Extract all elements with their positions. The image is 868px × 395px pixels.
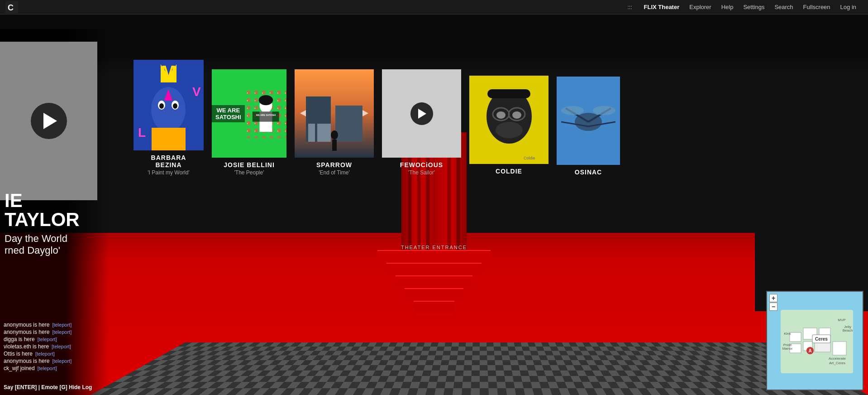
svg-text:Art_Ceres: Art_Ceres	[829, 361, 845, 365]
nav-search[interactable]: Search	[770, 2, 797, 12]
chat-user-4: Ottis is here	[4, 351, 33, 357]
coldie-image: Coldie	[469, 76, 548, 164]
step-5	[414, 301, 454, 313]
osinachi-artist-name: OSINAC	[575, 169, 602, 176]
svg-text:Beach: Beach	[843, 328, 853, 332]
nav-login[interactable]: Log in	[836, 2, 861, 12]
svg-point-38	[496, 111, 506, 119]
nav-fullscreen[interactable]: Fullscreen	[799, 2, 835, 12]
coldie-artist-name: COLDIE	[496, 168, 522, 175]
step-4	[405, 288, 463, 301]
josie-artwork-title: 'The People'	[234, 169, 264, 176]
osinachi-image	[557, 77, 620, 165]
svg-rect-26	[308, 124, 315, 142]
svg-rect-25	[335, 106, 362, 142]
step-1	[377, 250, 491, 263]
gallery-card-josie[interactable]: ♦ WE ARE SATOSHI JOSIE BELLINI	[212, 69, 286, 176]
gallery-card-coldie[interactable]: Coldie COLDIE	[469, 76, 548, 176]
chat-line-3: violetas.eth is here [teleport]	[4, 343, 72, 350]
josie-image: ♦ WE ARE SATOSHI	[212, 69, 286, 158]
step-2	[386, 263, 482, 275]
svg-rect-28	[324, 124, 331, 142]
barbara-artwork: L V	[134, 60, 204, 150]
chat-line-0: anonymous is here [teleport]	[4, 322, 72, 328]
svg-point-49	[561, 106, 584, 115]
svg-point-39	[512, 111, 521, 119]
chat-user-3: violetas.eth is here	[4, 343, 49, 350]
nav-settings[interactable]: Settings	[739, 2, 769, 12]
sparrow-image	[295, 69, 374, 158]
nav-items: ::: FLIX Theater Explorer Help Settings …	[621, 2, 861, 12]
nav-separator: :::	[623, 2, 636, 12]
chat-teleport-0[interactable]: [teleport]	[52, 322, 72, 328]
gallery-card-fewo[interactable]: FEWOCiOUS 'The Sailor'	[382, 69, 461, 176]
barbara-artist-name: BARBARABEZINA	[151, 154, 186, 169]
chat-teleport-1[interactable]: [teleport]	[52, 329, 72, 335]
chat-line-4: Ottis is here [teleport]	[4, 351, 72, 357]
chat-teleport-5[interactable]: [teleport]	[52, 358, 72, 364]
chat-user-2: digga is here	[4, 336, 35, 342]
coldie-dark-panel	[755, 153, 868, 311]
svg-text:Kink: Kink	[784, 332, 792, 336]
josie-artist-name: JOSIE BELLINI	[224, 161, 275, 169]
fewo-artwork-title: 'The Sailor'	[408, 169, 435, 176]
josie-artwork: ♦ WE ARE SATOSHI	[212, 69, 286, 158]
svg-rect-57	[790, 332, 801, 342]
fewo-play-button[interactable]	[410, 102, 433, 125]
chat-user-6: ck_wjf joined	[4, 365, 35, 371]
svg-text:C: C	[8, 3, 14, 12]
chat-line-6: ck_wjf joined [teleport]	[4, 365, 72, 371]
chat-user-5: anonymous is here	[4, 358, 49, 364]
theater-entrance-label: THEATER ENTRANCE	[398, 245, 470, 250]
chat-line-5: anonymous is here [teleport]	[4, 358, 72, 364]
chat-teleport-3[interactable]: [teleport]	[52, 344, 71, 349]
nav-explorer[interactable]: Explorer	[685, 2, 715, 12]
svg-text:MVP: MVP	[838, 318, 845, 322]
svg-text:Coldie: Coldie	[524, 156, 535, 160]
svg-rect-30	[332, 140, 337, 151]
svg-point-7	[159, 103, 164, 109]
zoom-out-button[interactable]: −	[769, 303, 777, 311]
svg-rect-41	[487, 89, 530, 98]
zoom-in-button[interactable]: +	[769, 294, 777, 302]
svg-text:Manor: Manor	[782, 347, 793, 351]
play-button[interactable]	[31, 103, 67, 139]
svg-text:Ceres: Ceres	[815, 337, 828, 342]
artwork-title-line1: Day the World rned Dayglo'	[5, 233, 93, 257]
step-3	[396, 275, 472, 288]
nav-flix-theater[interactable]: FLIX Theater	[639, 2, 684, 12]
chat-user-0: anonymous is here	[4, 322, 49, 328]
gallery-card-sparrow[interactable]: SPARROW 'End of Time'	[295, 69, 374, 176]
svg-point-40	[496, 122, 523, 138]
tiled-floor	[91, 342, 868, 395]
svg-point-22	[258, 95, 272, 105]
site-logo[interactable]: C	[4, 0, 20, 15]
svg-rect-59	[833, 342, 846, 355]
fewo-image	[382, 69, 461, 158]
gallery-row: L V BARBARABEZINA 'I Paint my World'	[134, 60, 868, 176]
chat-log: anonymous is here [teleport] anonymous i…	[4, 322, 72, 372]
svg-point-50	[593, 106, 615, 115]
svg-rect-20	[252, 111, 279, 121]
gallery-card-barbara[interactable]: L V BARBARABEZINA 'I Paint my World'	[134, 60, 204, 176]
chat-teleport-6[interactable]: [teleport]	[38, 366, 57, 371]
chat-input-hint: Say [ENTER] | Emote [G] Hide Log	[4, 384, 92, 390]
svg-point-29	[331, 130, 338, 140]
svg-text:V: V	[192, 85, 201, 99]
sparrow-artist-name: SPARROW	[316, 161, 352, 169]
chat-teleport-2[interactable]: [teleport]	[38, 337, 57, 342]
svg-rect-10	[152, 128, 186, 150]
fewo-artist-name: FEWOCiOUS	[400, 161, 443, 169]
barbara-artwork-title: 'I Paint my World'	[148, 169, 189, 176]
chat-teleport-4[interactable]: [teleport]	[35, 351, 55, 356]
chat-user-1: anonymous is here	[4, 329, 49, 335]
left-video-screen[interactable]	[0, 42, 97, 200]
svg-text:Accelerate: Accelerate	[829, 356, 846, 361]
svg-point-8	[173, 103, 177, 109]
nav-help[interactable]: Help	[717, 2, 738, 12]
main-scene: IE TAYLOR Day the World rned Dayglo' THE…	[0, 14, 868, 395]
map-zoom-controls: + −	[769, 294, 777, 311]
svg-rect-27	[317, 124, 324, 142]
gallery-card-osinachi[interactable]: OSINAC	[557, 77, 620, 176]
svg-text:A: A	[808, 348, 811, 353]
